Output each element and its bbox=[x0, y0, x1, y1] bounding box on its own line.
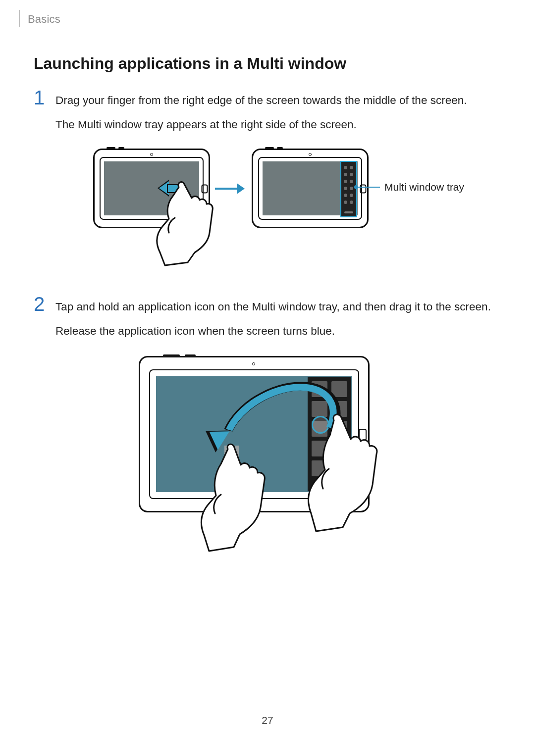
step-number-2: 2 bbox=[34, 294, 55, 314]
tablet-after bbox=[252, 149, 369, 228]
hand-icon-pick bbox=[302, 410, 401, 539]
figure-step-1: Multi window tray bbox=[63, 149, 501, 267]
step-1-line-2: The Multi window tray appears at the rig… bbox=[55, 115, 501, 134]
step-1: 1 Drag your finger from the right edge o… bbox=[34, 91, 501, 140]
step-number-1: 1 bbox=[34, 88, 55, 107]
callout-tray-label: Multi window tray bbox=[384, 181, 464, 193]
hand-icon-drop bbox=[193, 441, 282, 560]
transition-arrow-icon bbox=[215, 183, 245, 194]
page-title: Launching applications in a Multi window bbox=[34, 54, 501, 73]
step-1-line-1: Drag your finger from the right edge of … bbox=[55, 91, 501, 110]
page-content: Launching applications in a Multi window… bbox=[34, 54, 501, 569]
step-2: 2 Tap and hold an application icon on th… bbox=[34, 297, 501, 346]
step-1-body: Drag your finger from the right edge of … bbox=[55, 91, 501, 140]
page-number: 27 bbox=[0, 714, 535, 726]
step-2-line-1: Tap and hold an application icon on the … bbox=[55, 297, 501, 316]
step-2-line-2: Release the application icon when the sc… bbox=[55, 321, 501, 341]
callout-line bbox=[357, 187, 380, 188]
header-divider bbox=[19, 10, 20, 27]
figure-step-2 bbox=[139, 356, 396, 569]
step-2-body: Tap and hold an application icon on the … bbox=[55, 297, 501, 346]
section-label: Basics bbox=[28, 13, 60, 26]
multi-window-tray-small bbox=[340, 161, 357, 217]
hand-icon-swipe bbox=[140, 178, 224, 272]
